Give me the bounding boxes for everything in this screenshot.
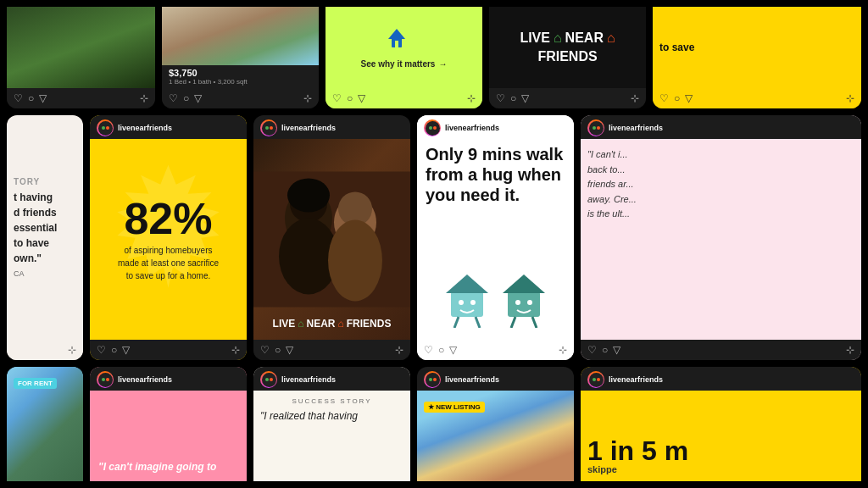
footer-icons: ♡ ○ ▽	[332, 92, 365, 104]
share-icon[interactable]: ▽	[39, 92, 47, 104]
heart-icon[interactable]: ♡	[260, 344, 270, 356]
success-content: SUCCESS STORY "I realized that having	[253, 391, 410, 481]
svg-rect-2	[395, 41, 398, 47]
share-icon[interactable]: ▽	[613, 344, 620, 356]
avatar-logo	[265, 126, 273, 130]
live-text: LIVE	[273, 318, 296, 330]
card-r3c2: livenearfriends "I can't imagine going t…	[90, 367, 247, 481]
heart-icon[interactable]: ♡	[97, 344, 106, 356]
svg-marker-1	[388, 29, 405, 39]
share-icon[interactable]: ▽	[685, 92, 693, 104]
partial-subtext: skippe	[587, 464, 854, 474]
username: livenearfriends	[118, 375, 172, 384]
comment-icon[interactable]: ○	[347, 92, 353, 104]
card-header: livenearfriends	[253, 115, 410, 139]
avatar	[97, 119, 114, 136]
heart-icon[interactable]: ♡	[14, 92, 23, 104]
svg-point-15	[470, 300, 476, 305]
share-icon[interactable]: ▽	[286, 344, 293, 356]
house-characters	[426, 266, 565, 335]
card-r2c2: livenearfriends 82% of aspiring homebuye…	[90, 115, 247, 360]
house-orange-icon: ⌂	[607, 30, 615, 46]
card-footer: ♡ ○ ▽ ⊹	[417, 340, 574, 360]
card-r3c4: livenearfriends ★ NEW LISTING	[417, 367, 574, 481]
heart-icon[interactable]: ♡	[424, 344, 433, 356]
heart-icon[interactable]: ♡	[587, 344, 597, 356]
bookmark-icon[interactable]: ⊹	[140, 92, 148, 104]
avatar	[424, 119, 441, 136]
avatar	[424, 371, 441, 388]
avatar-logo	[429, 378, 437, 381]
see-why-text: See why it matters →	[361, 59, 448, 69]
friends-text: FRIENDS	[537, 49, 597, 64]
property-info: $3,750 1 Bed • 1 bath • 3,200 sqft	[162, 65, 319, 88]
imagine-quote: "I can't imagine going to	[98, 461, 216, 473]
house-char-2	[501, 273, 548, 328]
bookmark-icon[interactable]: ⊹	[231, 344, 240, 356]
svg-point-10	[328, 220, 382, 302]
card-r3c1: FOR RENT	[7, 367, 83, 481]
location-text: CA	[14, 269, 76, 278]
bookmark-icon[interactable]: ⊹	[559, 344, 567, 356]
card-footer: ♡ ○ ▽ ⊹	[253, 340, 410, 360]
share-icon[interactable]: ▽	[122, 344, 130, 356]
story-label: TORY	[14, 177, 76, 186]
heart-icon[interactable]: ♡	[496, 92, 505, 104]
username: livenearfriends	[281, 375, 336, 384]
bookmark-icon[interactable]: ⊹	[467, 92, 476, 104]
card-r1c3: See why it matters → ♡ ○ ▽ ⊹	[326, 7, 482, 108]
footer-icons: ♡ ○ ▽	[424, 344, 457, 356]
for-rent-badge: FOR RENT	[14, 374, 57, 389]
card-r1c1: ♡ ○ ▽ ⊹	[7, 7, 155, 108]
stat-subtext: of aspiring homebuyersmade at least one …	[118, 244, 219, 282]
footer-icons: ♡ ○ ▽	[659, 92, 693, 104]
comment-icon[interactable]: ○	[674, 92, 680, 104]
share-icon[interactable]: ▽	[194, 92, 202, 104]
bookmark-icon[interactable]: ⊹	[846, 92, 854, 104]
app-container: ♡ ○ ▽ ⊹ $3,750 1 Bed • 1 bath • 3,200 sq…	[0, 0, 868, 488]
bookmark-icon[interactable]: ⊹	[395, 344, 403, 356]
heart-icon[interactable]: ♡	[659, 92, 669, 104]
comment-icon[interactable]: ○	[183, 92, 189, 104]
badge-text: FOR RENT	[14, 378, 57, 389]
avatar-inner	[98, 373, 113, 387]
success-quote: "I realized that having	[260, 410, 403, 422]
bookmark-icon[interactable]: ⊹	[631, 92, 639, 104]
card-r1c5: to save ♡ ○ ▽ ⊹	[653, 7, 861, 108]
near-text: NEAR	[306, 318, 335, 330]
bookmark-icon[interactable]: ⊹	[68, 344, 76, 356]
to-save-text: to save	[659, 42, 694, 53]
username: livenearfriends	[281, 124, 336, 132]
photo-content: LIVE ⌂ NEAR ⌂ FRIENDS	[253, 139, 410, 340]
quote-content-right: "I can't i...back to...friends ar...away…	[581, 139, 861, 340]
share-icon[interactable]: ▽	[358, 92, 365, 104]
heart-icon[interactable]: ♡	[332, 92, 342, 104]
avatar-inner	[589, 121, 604, 136]
comment-icon[interactable]: ○	[438, 344, 444, 356]
bookmark-icon[interactable]: ⊹	[846, 344, 854, 356]
quote-content: TORY t havingd friendsessentialto haveow…	[7, 115, 83, 340]
bookmark-icon[interactable]: ⊹	[303, 92, 312, 104]
card-header: livenearfriends	[581, 115, 861, 139]
svg-line-17	[476, 317, 480, 328]
card-footer: ♡ ○ ▽ ⊹	[326, 88, 482, 108]
comment-icon[interactable]: ○	[28, 92, 34, 104]
comment-icon[interactable]: ○	[602, 344, 608, 356]
live-near-overlay: LIVE ⌂ NEAR ⌂ FRIENDS	[253, 318, 410, 330]
share-icon[interactable]: ▽	[449, 344, 457, 356]
share-icon[interactable]: ▽	[521, 92, 529, 104]
card-r3c3: livenearfriends SUCCESS STORY "I realize…	[253, 367, 410, 481]
success-label: SUCCESS STORY	[260, 397, 403, 405]
property-details: 1 Bed • 1 bath • 3,200 sqft	[169, 78, 312, 86]
username: livenearfriends	[609, 124, 663, 132]
comment-icon[interactable]: ○	[275, 344, 281, 356]
username: livenearfriends	[445, 124, 499, 132]
comment-icon[interactable]: ○	[510, 92, 516, 104]
svg-marker-19	[503, 274, 545, 293]
card-footer: ♡ ○ ▽ ⊹	[653, 88, 861, 108]
card-header: livenearfriends	[90, 115, 247, 139]
avatar-logo	[593, 378, 600, 381]
property-price: $3,750	[169, 68, 312, 78]
comment-icon[interactable]: ○	[111, 344, 117, 356]
heart-icon[interactable]: ♡	[169, 92, 178, 104]
